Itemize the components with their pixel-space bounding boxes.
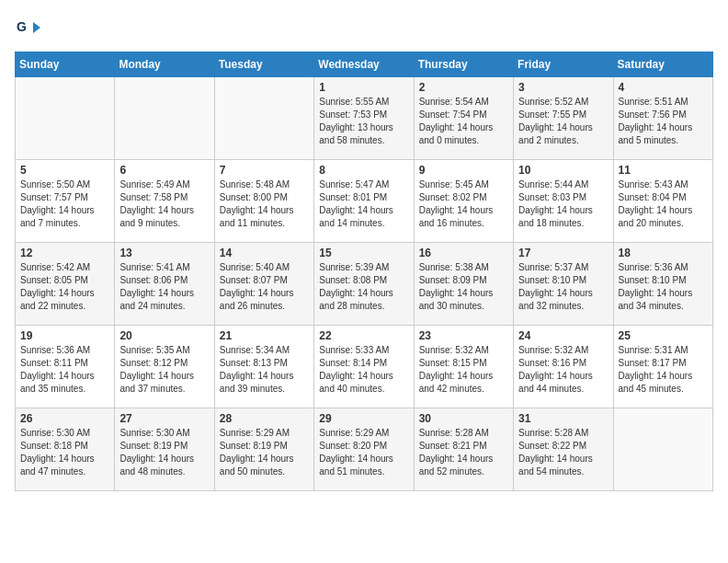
day-info: Sunrise: 5:55 AM Sunset: 7:53 PM Dayligh… bbox=[319, 96, 408, 147]
calendar-cell: 21Sunrise: 5:34 AM Sunset: 8:13 PM Dayli… bbox=[214, 326, 313, 408]
day-info: Sunrise: 5:31 AM Sunset: 8:17 PM Dayligh… bbox=[619, 344, 708, 396]
day-info: Sunrise: 5:32 AM Sunset: 8:15 PM Dayligh… bbox=[419, 344, 508, 396]
calendar-cell: 17Sunrise: 5:37 AM Sunset: 8:10 PM Dayli… bbox=[514, 243, 613, 326]
calendar-cell bbox=[214, 77, 313, 160]
calendar-cell: 10Sunrise: 5:44 AM Sunset: 8:03 PM Dayli… bbox=[514, 160, 613, 243]
calendar-cell: 8Sunrise: 5:47 AM Sunset: 8:01 PM Daylig… bbox=[314, 160, 414, 243]
calendar-cell: 9Sunrise: 5:45 AM Sunset: 8:02 PM Daylig… bbox=[414, 160, 513, 243]
calendar-header-row: SundayMondayTuesdayWednesdayThursdayFrid… bbox=[16, 52, 713, 77]
day-number: 13 bbox=[119, 247, 209, 259]
day-info: Sunrise: 5:41 AM Sunset: 8:06 PM Dayligh… bbox=[119, 261, 209, 313]
calendar-cell: 25Sunrise: 5:31 AM Sunset: 8:17 PM Dayli… bbox=[613, 326, 712, 408]
calendar-cell bbox=[16, 77, 115, 160]
day-info: Sunrise: 5:44 AM Sunset: 8:03 PM Dayligh… bbox=[518, 178, 608, 230]
day-number: 18 bbox=[619, 247, 708, 259]
calendar-cell: 12Sunrise: 5:42 AM Sunset: 8:05 PM Dayli… bbox=[16, 243, 115, 326]
day-info: Sunrise: 5:28 AM Sunset: 8:21 PM Dayligh… bbox=[419, 427, 508, 478]
calendar-cell: 23Sunrise: 5:32 AM Sunset: 8:15 PM Dayli… bbox=[414, 326, 513, 408]
calendar-cell: 2Sunrise: 5:54 AM Sunset: 7:54 PM Daylig… bbox=[414, 77, 513, 160]
day-number: 17 bbox=[518, 247, 608, 259]
day-info: Sunrise: 5:54 AM Sunset: 7:54 PM Dayligh… bbox=[419, 96, 508, 147]
column-header-sunday: Sunday bbox=[16, 52, 115, 77]
calendar-cell: 6Sunrise: 5:49 AM Sunset: 7:58 PM Daylig… bbox=[115, 160, 214, 243]
day-info: Sunrise: 5:29 AM Sunset: 8:19 PM Dayligh… bbox=[220, 427, 309, 478]
calendar-cell: 30Sunrise: 5:28 AM Sunset: 8:21 PM Dayli… bbox=[414, 408, 513, 491]
day-number: 21 bbox=[220, 329, 309, 342]
calendar-cell: 11Sunrise: 5:43 AM Sunset: 8:04 PM Dayli… bbox=[613, 160, 712, 243]
day-info: Sunrise: 5:33 AM Sunset: 8:14 PM Dayligh… bbox=[319, 344, 408, 396]
day-number: 10 bbox=[518, 164, 608, 177]
day-number: 30 bbox=[419, 412, 508, 425]
page-header: G bbox=[15, 15, 713, 40]
column-header-friday: Friday bbox=[514, 52, 613, 77]
column-header-tuesday: Tuesday bbox=[214, 52, 313, 77]
day-number: 20 bbox=[119, 329, 209, 342]
day-number: 31 bbox=[518, 412, 608, 425]
day-number: 26 bbox=[20, 412, 109, 425]
calendar-cell: 14Sunrise: 5:40 AM Sunset: 8:07 PM Dayli… bbox=[214, 243, 313, 326]
svg-text:G: G bbox=[17, 19, 27, 34]
week-row-2: 5Sunrise: 5:50 AM Sunset: 7:57 PM Daylig… bbox=[16, 160, 713, 243]
calendar-cell: 19Sunrise: 5:36 AM Sunset: 8:11 PM Dayli… bbox=[16, 326, 115, 408]
day-info: Sunrise: 5:39 AM Sunset: 8:08 PM Dayligh… bbox=[319, 261, 408, 313]
day-number: 6 bbox=[119, 164, 209, 177]
day-number: 14 bbox=[220, 247, 309, 259]
day-info: Sunrise: 5:48 AM Sunset: 8:00 PM Dayligh… bbox=[220, 178, 309, 230]
day-info: Sunrise: 5:49 AM Sunset: 7:58 PM Dayligh… bbox=[119, 178, 209, 230]
day-number: 19 bbox=[20, 329, 109, 342]
day-info: Sunrise: 5:51 AM Sunset: 7:56 PM Dayligh… bbox=[619, 96, 708, 147]
day-number: 1 bbox=[319, 81, 408, 94]
calendar-cell: 16Sunrise: 5:38 AM Sunset: 8:09 PM Dayli… bbox=[414, 243, 513, 326]
calendar-cell: 7Sunrise: 5:48 AM Sunset: 8:00 PM Daylig… bbox=[214, 160, 313, 243]
calendar-cell: 5Sunrise: 5:50 AM Sunset: 7:57 PM Daylig… bbox=[16, 160, 115, 243]
svg-marker-1 bbox=[33, 22, 40, 33]
column-header-thursday: Thursday bbox=[414, 52, 513, 77]
column-header-monday: Monday bbox=[115, 52, 214, 77]
day-number: 29 bbox=[319, 412, 408, 425]
day-info: Sunrise: 5:52 AM Sunset: 7:55 PM Dayligh… bbox=[518, 96, 608, 147]
day-number: 8 bbox=[319, 164, 408, 177]
day-number: 22 bbox=[319, 329, 408, 342]
day-number: 4 bbox=[619, 81, 708, 94]
day-number: 23 bbox=[419, 329, 508, 342]
day-number: 5 bbox=[20, 164, 109, 177]
day-number: 9 bbox=[419, 164, 508, 177]
week-row-5: 26Sunrise: 5:30 AM Sunset: 8:18 PM Dayli… bbox=[16, 408, 713, 491]
calendar-cell: 22Sunrise: 5:33 AM Sunset: 8:14 PM Dayli… bbox=[314, 326, 414, 408]
day-number: 7 bbox=[220, 164, 309, 177]
calendar-cell: 1Sunrise: 5:55 AM Sunset: 7:53 PM Daylig… bbox=[314, 77, 414, 160]
day-number: 27 bbox=[119, 412, 209, 425]
week-row-4: 19Sunrise: 5:36 AM Sunset: 8:11 PM Dayli… bbox=[16, 326, 713, 408]
calendar-cell: 3Sunrise: 5:52 AM Sunset: 7:55 PM Daylig… bbox=[514, 77, 613, 160]
day-number: 25 bbox=[619, 329, 708, 342]
day-info: Sunrise: 5:36 AM Sunset: 8:11 PM Dayligh… bbox=[20, 344, 109, 396]
day-info: Sunrise: 5:37 AM Sunset: 8:10 PM Dayligh… bbox=[518, 261, 608, 313]
calendar-cell: 4Sunrise: 5:51 AM Sunset: 7:56 PM Daylig… bbox=[613, 77, 712, 160]
day-info: Sunrise: 5:42 AM Sunset: 8:05 PM Dayligh… bbox=[20, 261, 109, 313]
calendar-cell: 18Sunrise: 5:36 AM Sunset: 8:10 PM Dayli… bbox=[613, 243, 712, 326]
day-info: Sunrise: 5:32 AM Sunset: 8:16 PM Dayligh… bbox=[518, 344, 608, 396]
day-number: 16 bbox=[419, 247, 508, 259]
calendar-cell bbox=[115, 77, 214, 160]
day-number: 28 bbox=[220, 412, 309, 425]
day-info: Sunrise: 5:38 AM Sunset: 8:09 PM Dayligh… bbox=[419, 261, 508, 313]
logo-icon: G bbox=[15, 15, 40, 40]
calendar-cell bbox=[613, 408, 712, 491]
week-row-1: 1Sunrise: 5:55 AM Sunset: 7:53 PM Daylig… bbox=[16, 77, 713, 160]
calendar-cell: 26Sunrise: 5:30 AM Sunset: 8:18 PM Dayli… bbox=[16, 408, 115, 491]
week-row-3: 12Sunrise: 5:42 AM Sunset: 8:05 PM Dayli… bbox=[16, 243, 713, 326]
calendar-cell: 27Sunrise: 5:30 AM Sunset: 8:19 PM Dayli… bbox=[115, 408, 214, 491]
day-info: Sunrise: 5:40 AM Sunset: 8:07 PM Dayligh… bbox=[220, 261, 309, 313]
day-info: Sunrise: 5:29 AM Sunset: 8:20 PM Dayligh… bbox=[319, 427, 408, 478]
logo: G bbox=[15, 15, 44, 40]
day-info: Sunrise: 5:50 AM Sunset: 7:57 PM Dayligh… bbox=[20, 178, 109, 230]
calendar-cell: 24Sunrise: 5:32 AM Sunset: 8:16 PM Dayli… bbox=[514, 326, 613, 408]
day-info: Sunrise: 5:30 AM Sunset: 8:19 PM Dayligh… bbox=[119, 427, 209, 478]
day-info: Sunrise: 5:28 AM Sunset: 8:22 PM Dayligh… bbox=[518, 427, 608, 478]
calendar-cell: 20Sunrise: 5:35 AM Sunset: 8:12 PM Dayli… bbox=[115, 326, 214, 408]
day-info: Sunrise: 5:36 AM Sunset: 8:10 PM Dayligh… bbox=[619, 261, 708, 313]
day-info: Sunrise: 5:43 AM Sunset: 8:04 PM Dayligh… bbox=[619, 178, 708, 230]
day-info: Sunrise: 5:45 AM Sunset: 8:02 PM Dayligh… bbox=[419, 178, 508, 230]
calendar-table: SundayMondayTuesdayWednesdayThursdayFrid… bbox=[15, 52, 713, 491]
day-number: 2 bbox=[419, 81, 508, 94]
